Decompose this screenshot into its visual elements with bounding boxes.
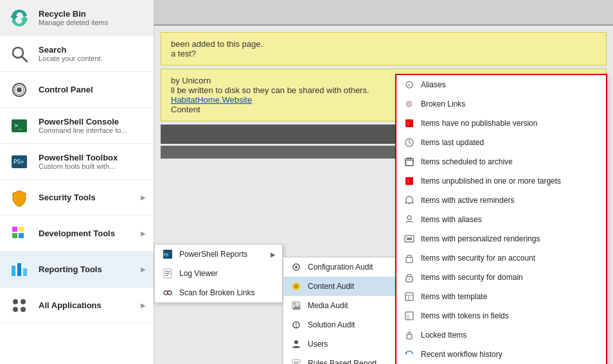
menu-item-items-active-reminders[interactable]: Items with active reminders: [396, 191, 606, 210]
menu-item-users[interactable]: Users ▶: [283, 334, 407, 354]
menu-item-items-with-aliases[interactable]: Items with aliases: [396, 210, 606, 229]
svg-rect-11: [12, 233, 17, 238]
svg-rect-15: [23, 268, 27, 276]
svg-rect-12: [19, 233, 24, 238]
rules-based-report-label: Rules Based Report: [308, 359, 377, 364]
svg-line-45: [409, 103, 410, 105]
svg-text:!: !: [407, 178, 409, 184]
menu-item-media-audit[interactable]: Media Audit ▶: [283, 296, 407, 315]
menu-item-config-audit[interactable]: Configuration Audit ▶: [283, 257, 407, 277]
svg-point-39: [294, 340, 298, 344]
powershell-toolbox-icon: PS>: [8, 150, 31, 173]
scan-broken-links-label: Scan for Broken Links: [179, 288, 254, 297]
items-security-domain-label: Items with security for domain: [421, 273, 523, 282]
items-no-publishable-label: Items have no publishable version: [421, 119, 537, 128]
sidebar-item-recycle-bin[interactable]: Recycle Bin Manage deleted items: [0, 0, 154, 36]
svg-point-30: [295, 266, 298, 268]
svg-rect-53: [407, 157, 409, 160]
menu-item-items-personalized[interactable]: Items with personalized renderings: [396, 229, 606, 248]
menu-item-rules-based-report[interactable]: Rules Based Report: [283, 354, 407, 364]
sidebar-item-reporting-tools[interactable]: Reporting Tools ▶: [0, 252, 154, 288]
recent-workflow-label: Recent workflow history: [421, 350, 502, 359]
notification-line1: been added to this page.: [171, 39, 596, 49]
locked-items-label: Locked Items: [421, 331, 466, 340]
security-tools-title: Security Tools: [39, 193, 138, 202]
powershell-toolbox-text: PowerShell Toolbox Custom tools built wi…: [39, 153, 146, 170]
items-last-updated-label: Items last updated: [421, 138, 484, 147]
search-text: Search Locate your content.: [39, 45, 146, 62]
items-no-publishable-icon: !: [403, 117, 416, 130]
menu-item-items-unpublished[interactable]: ! Items unpublished in one or more targe…: [396, 171, 606, 191]
control-panel-icon: [8, 78, 31, 101]
items-tokens-icon: {}: [403, 309, 416, 322]
items-with-aliases-icon: [403, 213, 416, 226]
items-unpublished-label: Items unpublished in one or more targets: [421, 177, 561, 186]
menu-item-items-last-updated[interactable]: Items last updated: [396, 133, 606, 152]
notification-box: been added to this page. a test?: [161, 32, 607, 65]
menu-item-items-no-publishable[interactable]: ! Items have no publishable version: [396, 114, 606, 133]
log-viewer-icon: [161, 267, 174, 280]
all-applications-arrow: ▶: [141, 302, 146, 309]
svg-text:A: A: [407, 83, 411, 87]
items-personalized-label: Items with personalized renderings: [421, 234, 540, 243]
search-icon: [8, 42, 31, 65]
media-audit-label: Media Audit: [308, 301, 348, 310]
control-panel-title: Control Panel: [39, 85, 146, 94]
menu-item-content-audit[interactable]: Content Audit ▶: [283, 277, 407, 296]
sidebar-item-powershell-toolbox[interactable]: PS> PowerShell Toolbox Custom tools buil…: [0, 144, 154, 180]
svg-line-50: [409, 143, 411, 144]
menu-item-recent-workflow[interactable]: Recent workflow history: [396, 345, 606, 364]
menu-item-items-scheduled-archive[interactable]: Items scheduled to archive: [396, 152, 606, 171]
svg-text:PS: PS: [164, 252, 169, 257]
sidebar-item-all-applications[interactable]: All Applications ▶: [0, 288, 154, 324]
svg-text:>_: >_: [14, 122, 22, 130]
menu-item-items-security-account[interactable]: Items with security for an account: [396, 248, 606, 268]
svg-rect-54: [410, 157, 411, 160]
menu-item-log-viewer[interactable]: Log Viewer: [155, 264, 282, 283]
menu-item-items-security-domain[interactable]: Items with security for domain: [396, 268, 606, 287]
menu-item-scan-broken-links[interactable]: Scan for Broken Links: [155, 283, 282, 302]
items-personalized-icon: [403, 232, 416, 245]
sidebar-item-development-tools[interactable]: Development Tools ▶: [0, 216, 154, 252]
svg-point-3: [17, 87, 22, 92]
control-panel-text: Control Panel: [39, 85, 146, 94]
powershell-console-subtitle: Command line interface to...: [39, 126, 146, 134]
svg-point-34: [293, 302, 296, 305]
media-audit-icon: [290, 299, 303, 312]
svg-text:!: !: [407, 121, 409, 126]
notification-line2: a test?: [171, 49, 596, 58]
broken-links-icon: [403, 98, 416, 110]
recycle-bin-subtitle: Manage deleted items: [39, 19, 146, 26]
items-last-updated-icon: [403, 136, 416, 149]
aliases-icon: A: [403, 78, 416, 91]
sidebar-item-control-panel[interactable]: Control Panel: [0, 72, 154, 108]
menu-item-locked-items[interactable]: Locked Items: [396, 325, 606, 345]
sidebar-item-security-tools[interactable]: Security Tools ▶: [0, 180, 154, 216]
log-viewer-label: Log Viewer: [179, 269, 218, 278]
menu-item-solution-audit[interactable]: Solution Audit ▶: [283, 315, 407, 334]
items-scheduled-archive-icon: [403, 155, 416, 168]
powershell-reports-icon: PS: [161, 248, 174, 261]
sidebar-item-powershell-console[interactable]: >_ PowerShell Console Command line inter…: [0, 108, 154, 144]
menu-item-items-tokens[interactable]: {} Items with tokens in fields: [396, 306, 606, 325]
items-unpublished-icon: !: [403, 175, 416, 187]
svg-point-58: [407, 216, 411, 220]
menu-level3: A Aliases Broken Links ! Items have no p…: [395, 74, 607, 364]
menu-item-items-with-template[interactable]: Items with template: [396, 287, 606, 306]
menu-item-aliases[interactable]: A Aliases: [396, 75, 606, 94]
reporting-tools-text: Reporting Tools: [39, 264, 138, 274]
svg-rect-55: [405, 177, 413, 185]
menu-item-broken-links[interactable]: Broken Links: [396, 94, 606, 114]
svg-rect-13: [12, 266, 15, 276]
menu-item-powershell-reports[interactable]: PS PowerShell Reports ▶: [155, 245, 282, 264]
recycle-bin-title: Recycle Bin: [39, 9, 146, 19]
svg-rect-51: [405, 159, 413, 166]
broken-links-label: Broken Links: [421, 100, 465, 108]
svg-text:PS>: PS>: [13, 159, 24, 165]
sidebar-item-search[interactable]: Search Locate your content.: [0, 36, 154, 72]
items-with-template-icon: [403, 290, 416, 303]
security-tools-arrow: ▶: [141, 194, 146, 201]
development-tools-icon: [8, 222, 31, 245]
menu-level2: Configuration Audit ▶ Content Audit ▶ Me…: [283, 257, 408, 364]
security-tools-text: Security Tools: [39, 193, 138, 202]
